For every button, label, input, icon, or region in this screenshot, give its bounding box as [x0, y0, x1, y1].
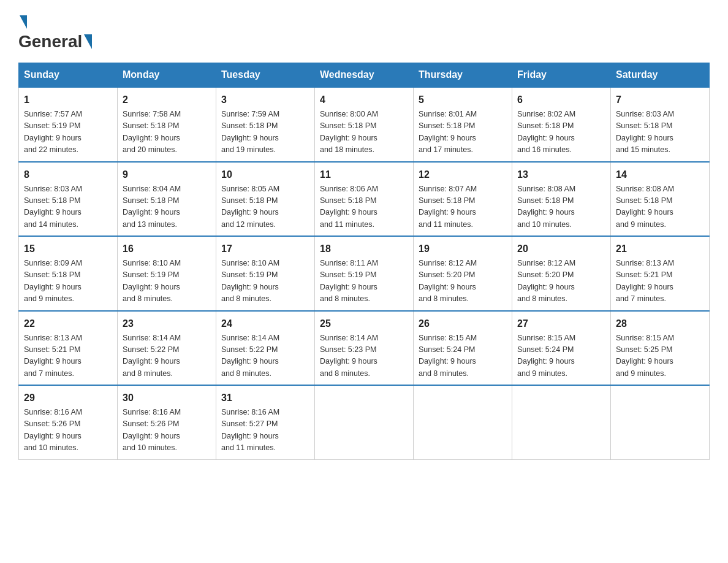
calendar-day-cell: 27Sunrise: 8:15 AMSunset: 5:24 PMDayligh…: [512, 311, 611, 386]
day-info: Sunrise: 8:14 AMSunset: 5:23 PMDaylight:…: [320, 332, 408, 380]
day-number: 15: [24, 242, 112, 256]
calendar-day-cell: 12Sunrise: 8:07 AMSunset: 5:18 PMDayligh…: [414, 162, 512, 237]
calendar-day-cell: [611, 385, 710, 459]
calendar-day-cell: 29Sunrise: 8:16 AMSunset: 5:26 PMDayligh…: [19, 385, 118, 459]
calendar-day-cell: 22Sunrise: 8:13 AMSunset: 5:21 PMDayligh…: [19, 311, 118, 386]
day-number: 11: [320, 167, 408, 182]
day-info: Sunrise: 8:01 AMSunset: 5:18 PMDaylight:…: [419, 109, 507, 156]
day-number: 27: [517, 316, 605, 331]
day-number: 10: [221, 167, 309, 182]
calendar-day-cell: 10Sunrise: 8:05 AMSunset: 5:18 PMDayligh…: [216, 162, 315, 237]
day-info: Sunrise: 8:02 AMSunset: 5:18 PMDaylight:…: [517, 109, 605, 156]
col-header-tuesday: Tuesday: [216, 63, 315, 88]
calendar-day-cell: 19Sunrise: 8:12 AMSunset: 5:20 PMDayligh…: [414, 236, 512, 311]
day-number: 18: [320, 242, 408, 256]
calendar-day-cell: 25Sunrise: 8:14 AMSunset: 5:23 PMDayligh…: [315, 311, 414, 386]
day-info: Sunrise: 8:09 AMSunset: 5:18 PMDaylight:…: [24, 258, 112, 305]
day-number: 2: [123, 93, 211, 107]
day-info: Sunrise: 8:13 AMSunset: 5:21 PMDaylight:…: [24, 332, 112, 380]
calendar-day-cell: 3Sunrise: 7:59 AMSunset: 5:18 PMDaylight…: [216, 87, 315, 162]
day-number: 17: [221, 242, 309, 256]
page-header: General: [18, 12, 710, 52]
col-header-sunday: Sunday: [19, 63, 118, 88]
calendar-week-row: 22Sunrise: 8:13 AMSunset: 5:21 PMDayligh…: [19, 311, 710, 386]
day-info: Sunrise: 7:57 AMSunset: 5:19 PMDaylight:…: [24, 109, 112, 156]
logo-general-text2: General: [18, 32, 82, 52]
calendar-day-cell: 6Sunrise: 8:02 AMSunset: 5:18 PMDaylight…: [512, 87, 611, 162]
day-info: Sunrise: 7:59 AMSunset: 5:18 PMDaylight:…: [221, 109, 309, 156]
calendar-day-cell: 30Sunrise: 8:16 AMSunset: 5:26 PMDayligh…: [118, 385, 216, 459]
calendar-day-cell: 16Sunrise: 8:10 AMSunset: 5:19 PMDayligh…: [118, 236, 216, 311]
calendar-day-cell: [315, 385, 414, 459]
day-info: Sunrise: 8:14 AMSunset: 5:22 PMDaylight:…: [123, 332, 211, 380]
calendar-day-cell: 17Sunrise: 8:10 AMSunset: 5:19 PMDayligh…: [216, 236, 315, 311]
calendar-day-cell: 18Sunrise: 8:11 AMSunset: 5:19 PMDayligh…: [315, 236, 414, 311]
day-info: Sunrise: 8:08 AMSunset: 5:18 PMDaylight:…: [517, 183, 605, 231]
day-number: 14: [616, 167, 704, 182]
day-info: Sunrise: 8:16 AMSunset: 5:26 PMDaylight:…: [123, 407, 211, 454]
day-number: 28: [616, 316, 704, 331]
col-header-wednesday: Wednesday: [315, 63, 414, 88]
day-info: Sunrise: 8:03 AMSunset: 5:18 PMDaylight:…: [24, 183, 112, 231]
day-info: Sunrise: 8:15 AMSunset: 5:24 PMDaylight:…: [419, 332, 507, 380]
calendar-day-cell: 7Sunrise: 8:03 AMSunset: 5:18 PMDaylight…: [611, 87, 710, 162]
calendar-day-cell: 15Sunrise: 8:09 AMSunset: 5:18 PMDayligh…: [19, 236, 118, 311]
calendar-day-cell: 23Sunrise: 8:14 AMSunset: 5:22 PMDayligh…: [118, 311, 216, 386]
calendar-week-row: 15Sunrise: 8:09 AMSunset: 5:18 PMDayligh…: [19, 236, 710, 311]
calendar-header-row: SundayMondayTuesdayWednesdayThursdayFrid…: [19, 63, 710, 88]
calendar-day-cell: 28Sunrise: 8:15 AMSunset: 5:25 PMDayligh…: [611, 311, 710, 386]
calendar-day-cell: [512, 385, 611, 459]
day-number: 8: [24, 167, 112, 182]
calendar-day-cell: 21Sunrise: 8:13 AMSunset: 5:21 PMDayligh…: [611, 236, 710, 311]
day-info: Sunrise: 8:07 AMSunset: 5:18 PMDaylight:…: [419, 183, 507, 231]
day-number: 4: [320, 93, 408, 107]
day-info: Sunrise: 7:58 AMSunset: 5:18 PMDaylight:…: [123, 109, 211, 156]
day-number: 31: [221, 391, 309, 405]
col-header-thursday: Thursday: [414, 63, 512, 88]
day-info: Sunrise: 8:10 AMSunset: 5:19 PMDaylight:…: [221, 258, 309, 305]
day-info: Sunrise: 8:16 AMSunset: 5:26 PMDaylight:…: [24, 407, 112, 454]
calendar-day-cell: 11Sunrise: 8:06 AMSunset: 5:18 PMDayligh…: [315, 162, 414, 237]
day-number: 9: [123, 167, 211, 182]
logo-triangle-icon: [84, 34, 92, 49]
day-info: Sunrise: 8:11 AMSunset: 5:19 PMDaylight:…: [320, 258, 408, 305]
day-info: Sunrise: 8:04 AMSunset: 5:18 PMDaylight:…: [123, 183, 211, 231]
day-info: Sunrise: 8:15 AMSunset: 5:24 PMDaylight:…: [517, 332, 605, 380]
day-number: 3: [221, 93, 309, 107]
day-number: 25: [320, 316, 408, 331]
calendar-day-cell: 4Sunrise: 8:00 AMSunset: 5:18 PMDaylight…: [315, 87, 414, 162]
day-info: Sunrise: 8:16 AMSunset: 5:27 PMDaylight:…: [221, 407, 309, 454]
calendar-week-row: 8Sunrise: 8:03 AMSunset: 5:18 PMDaylight…: [19, 162, 710, 237]
day-info: Sunrise: 8:05 AMSunset: 5:18 PMDaylight:…: [221, 183, 309, 231]
calendar-day-cell: 5Sunrise: 8:01 AMSunset: 5:18 PMDaylight…: [414, 87, 512, 162]
day-info: Sunrise: 8:14 AMSunset: 5:22 PMDaylight:…: [221, 332, 309, 380]
calendar-week-row: 29Sunrise: 8:16 AMSunset: 5:26 PMDayligh…: [19, 385, 710, 459]
day-info: Sunrise: 8:08 AMSunset: 5:18 PMDaylight:…: [616, 183, 704, 231]
calendar-day-cell: 1Sunrise: 7:57 AMSunset: 5:19 PMDaylight…: [19, 87, 118, 162]
calendar-day-cell: 20Sunrise: 8:12 AMSunset: 5:20 PMDayligh…: [512, 236, 611, 311]
calendar-day-cell: 26Sunrise: 8:15 AMSunset: 5:24 PMDayligh…: [414, 311, 512, 386]
day-number: 23: [123, 316, 211, 331]
day-info: Sunrise: 8:15 AMSunset: 5:25 PMDaylight:…: [616, 332, 704, 380]
day-info: Sunrise: 8:00 AMSunset: 5:18 PMDaylight:…: [320, 109, 408, 156]
day-number: 20: [517, 242, 605, 256]
day-info: Sunrise: 8:13 AMSunset: 5:21 PMDaylight:…: [616, 258, 704, 305]
calendar-table: SundayMondayTuesdayWednesdayThursdayFrid…: [18, 63, 710, 460]
day-number: 16: [123, 242, 211, 256]
calendar-day-cell: [414, 385, 512, 459]
col-header-monday: Monday: [118, 63, 216, 88]
day-number: 26: [419, 316, 507, 331]
logo: General: [18, 12, 94, 52]
day-number: 29: [24, 391, 112, 405]
col-header-friday: Friday: [512, 63, 611, 88]
day-info: Sunrise: 8:12 AMSunset: 5:20 PMDaylight:…: [419, 258, 507, 305]
day-info: Sunrise: 8:03 AMSunset: 5:18 PMDaylight:…: [616, 109, 704, 156]
logo-arrow-icon: [20, 15, 27, 29]
day-number: 13: [517, 167, 605, 182]
calendar-day-cell: 13Sunrise: 8:08 AMSunset: 5:18 PMDayligh…: [512, 162, 611, 237]
calendar-day-cell: 9Sunrise: 8:04 AMSunset: 5:18 PMDaylight…: [118, 162, 216, 237]
day-info: Sunrise: 8:06 AMSunset: 5:18 PMDaylight:…: [320, 183, 408, 231]
calendar-day-cell: 2Sunrise: 7:58 AMSunset: 5:18 PMDaylight…: [118, 87, 216, 162]
day-number: 24: [221, 316, 309, 331]
day-number: 19: [419, 242, 507, 256]
